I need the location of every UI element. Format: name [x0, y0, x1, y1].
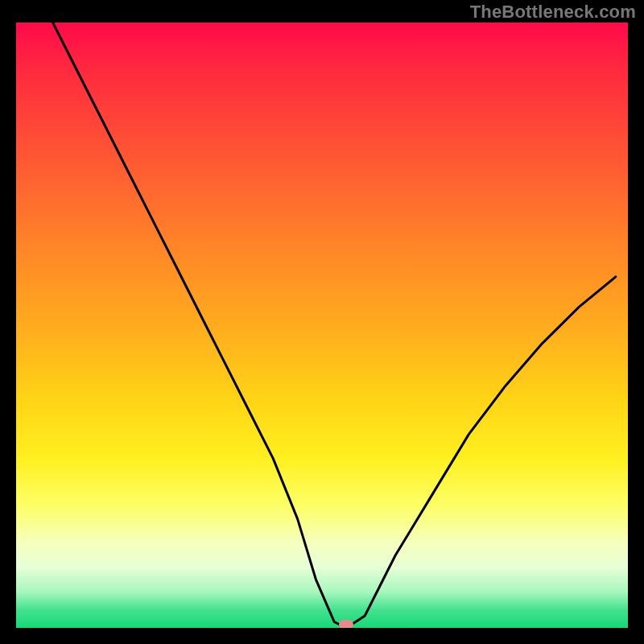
plot-area: [16, 23, 628, 628]
curve-path: [53, 23, 616, 628]
watermark-text: TheBottleneck.com: [470, 2, 636, 23]
chart-frame: TheBottleneck.com: [0, 0, 644, 644]
bottleneck-curve: [16, 23, 628, 628]
optimal-point-marker: [339, 620, 353, 628]
